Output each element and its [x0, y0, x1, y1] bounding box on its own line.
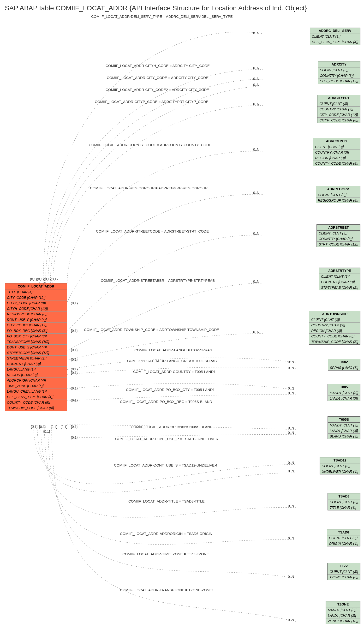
entity-field: TIME_ZONE [CHAR (6)]: [5, 383, 67, 389]
ref-entity: TSAD12CLIENT [CLNT (3)]UNDELIVER [CHAR (…: [320, 457, 360, 474]
entity-field: LANGU [LANG (1)]: [5, 367, 67, 372]
entity-field: CITY_CODE [CHAR (12)]: [318, 112, 360, 118]
cardinality-right: 0..N: [253, 83, 260, 87]
relation-label: COMIIF_LOCAT_ADDR-CITYH_CODE = ADRCITY-C…: [106, 64, 210, 68]
relation-label: COMIIF_LOCAT_ADDR-COUNTRY = T005-LAND1: [133, 370, 216, 374]
entity-field: ORIGIN [CHAR (4)]: [327, 541, 360, 546]
entity-field: COUNTRY [CHAR (3)]: [317, 236, 360, 242]
entity-header: TTZZ: [328, 563, 360, 569]
entity-header: ADRCITY: [318, 62, 360, 68]
entity-field: REGION [CHAR (3)]: [309, 328, 360, 334]
relation-label: COMIIF_LOCAT_ADDR-LANGU = T002-SPRAS: [134, 348, 212, 352]
entity-field: ZONE1 [CHAR (10)]: [326, 618, 360, 624]
diagram-title: SAP ABAP table COMIIF_LOCAT_ADDR {API In…: [5, 4, 307, 12]
entity-field: CLIENT [CLNT (3)]: [317, 231, 360, 236]
entity-field: TOWNSHIP_CODE [CHAR (8)]: [5, 405, 67, 410]
entity-field: CLIENT [CLNT (3)]: [328, 500, 360, 505]
ref-entity: ADRCITYCLIENT [CLNT (3)]COUNTRY [CHAR (3…: [318, 61, 360, 84]
entity-field: CLIENT [CLNT (3)]: [320, 464, 360, 469]
cardinality-right: 0..N: [253, 191, 260, 195]
entity-field: COUNTRY [CHAR (3)]: [309, 322, 360, 328]
entity-field: COUNTY_CODE [CHAR (8)]: [309, 334, 360, 339]
cardinality-left: {0,1}: [71, 348, 78, 352]
relation-label: COMIIF_LOCAT_ADDR-DELI_SERV_TYPE = ADDRC…: [91, 14, 233, 18]
entity-header: ADRSTREET: [317, 225, 360, 231]
relation-label: COMIIF_LOCAT_ADDR-TITLE = TSAD3-TITLE: [128, 499, 204, 503]
cardinality-left: {0,1}: [71, 398, 78, 402]
entity-field: REGION [CHAR (3)]: [313, 155, 360, 161]
entity-field: COUNTRY [CHAR (3)]: [313, 150, 360, 155]
relation-label: COMIIF_LOCAT_ADDR-PO_BOX_CTY = T005-LAND…: [126, 388, 215, 392]
entity-field: PO_BOX_REG [CHAR (3)]: [5, 328, 67, 334]
cardinality-left: {0,1}: [38, 282, 45, 286]
ref-entity: TZONEMANDT [CLNT (3)]LAND1 [CHAR (3)]ZON…: [326, 601, 360, 624]
cardinality-left: {0,1}: [71, 367, 78, 371]
cardinality-left: {0,1}: [39, 425, 46, 428]
cardinality-right: 0..N: [253, 102, 260, 106]
cardinality-left: {0,1}: [71, 301, 78, 305]
entity-header: ADRSTRTYPE: [319, 268, 360, 274]
entity-field: LAND1 [CHAR (3)]: [328, 396, 360, 401]
entity-field: UNDELIVER [CHAR (4)]: [320, 469, 360, 474]
entity-header: T005: [328, 384, 360, 390]
ref-entity: TTZZCLIENT [CLNT (3)]TZONE [CHAR (6)]: [327, 563, 360, 580]
entity-field: DONT_USE_S [CHAR (4)]: [5, 344, 67, 350]
entity-header: ADRCOUNTY: [313, 138, 360, 144]
relation-label: COMIIF_LOCAT_ADDR-TIME_ZONE = TTZZ-TZONE: [122, 552, 209, 556]
entity-field: COUNTRY [CHAR (3)]: [5, 361, 67, 367]
entity-field: MANDT [CLNT (3)]: [328, 422, 360, 428]
entity-field: ADDRORIGIN [CHAR (4)]: [5, 378, 67, 383]
entity-field: STRT_CODE [CHAR (12)]: [317, 242, 360, 247]
cardinality-right: 0..N: [288, 575, 294, 578]
entity-header: ADRREGGRP: [316, 186, 360, 192]
entity-field: COUNTRY [CHAR (3)]: [318, 73, 360, 78]
entity-field: COUNTRY [CHAR (3)]: [319, 279, 360, 285]
ref-entity: TSAD6CLIENT [CLNT (3)]ORIGIN [CHAR (4)]: [327, 529, 360, 546]
entity-field: CLIENT [CLNT (3)]: [313, 144, 360, 150]
cardinality-right: 0..N: [288, 426, 294, 430]
entity-field: BLAND [CHAR (3)]: [328, 434, 360, 439]
main-entity: COMIIF_LOCAT_ADDRTITLE [CHAR (4)]CITY_CO…: [5, 283, 67, 411]
ref-entity: T002SPRAS [LANG (1)]: [328, 359, 360, 370]
entity-field: CLIENT [CLNT (3)]: [327, 536, 360, 541]
entity-field: DELI_SERV_TYPE [CHAR (4)]: [5, 394, 67, 400]
cardinality-right: 0..N: [288, 504, 294, 508]
entity-header: COMIIF_LOCAT_ADDR: [5, 284, 67, 290]
cardinality-right: 0..N: [253, 148, 260, 152]
cardinality-right: 0..N: [288, 536, 294, 540]
entity-field: CITY_CODE [CHAR (12)]: [318, 78, 360, 84]
cardinality-right: 0..N: [253, 280, 260, 284]
entity-field: CLIENT [CLNT (3)]: [309, 317, 360, 322]
entity-header: T002: [328, 359, 360, 365]
relation-label: COMIIF_LOCAT_ADDR-STREETCODE = ADRSTREET…: [96, 229, 209, 233]
entity-field: CLIENT [CLNT (3)]: [328, 569, 360, 574]
cardinality-right: 0..N: [288, 431, 294, 434]
relation-label: COMIIF_LOCAT_ADDR-CITYP_CODE = ADRCITYPR…: [95, 100, 208, 104]
relation-label: COMIIF_LOCAT_ADDR-REGION = T005S-BLAND: [131, 425, 212, 429]
entity-header: ADRTOWNSHIP: [309, 311, 360, 317]
entity-field: CITYP_CODE [CHAR (8)]: [5, 300, 67, 306]
cardinality-right: 0..N: [288, 366, 294, 370]
cardinality-right: 0..N: [253, 330, 260, 334]
entity-field: STREETCODE [CHAR (12)]: [5, 350, 67, 356]
entity-header: TZONE: [326, 602, 360, 608]
entity-field: CLIENT [CLNT (3)]: [318, 101, 360, 106]
relation-label: COMIIF_LOCAT_ADDR-ADDRORIGIN = TSAD6-ORI…: [120, 532, 212, 536]
entity-field: LANGU_CREA [LANG (1)]: [5, 389, 67, 394]
cardinality-right: 0..N: [253, 232, 260, 236]
entity-field: CITY_CODE [CHAR (12)]: [5, 295, 67, 300]
cardinality-left: {0,1}: [71, 358, 78, 362]
relation-label: COMIIF_LOCAT_ADDR-DONT_USE_S = TSAD12-UN…: [114, 463, 217, 467]
relation-label: COMIIF_LOCAT_ADDR-CITY_CODE = ADRCITY-CI…: [107, 76, 208, 80]
entity-field: PO_BOX_CTY [CHAR (3)]: [5, 334, 67, 339]
ref-entity: T005MANDT [CLNT (3)]LAND1 [CHAR (3)]: [328, 384, 360, 401]
relation-label: COMIIF_LOCAT_ADDR-PO_BOX_REG = T005S-BLA…: [120, 400, 212, 404]
entity-field: STREETABBR [CHAR (2)]: [5, 356, 67, 361]
cardinality-left: {0,1}: [71, 425, 78, 428]
entity-header: ADDRC_DELI_SERV: [310, 28, 360, 34]
entity-field: REGIOGROUP [CHAR (8)]: [5, 312, 67, 317]
cardinality-left: {0,1}: [71, 386, 78, 390]
cardinality-left: {0,1}{0,1}{0,1}{0,1}: [30, 277, 58, 281]
cardinality-left: {0,1}: [31, 425, 38, 428]
ref-entity: ADRSTREETCLIENT [CLNT (3)]COUNTRY [CHAR …: [316, 224, 360, 247]
